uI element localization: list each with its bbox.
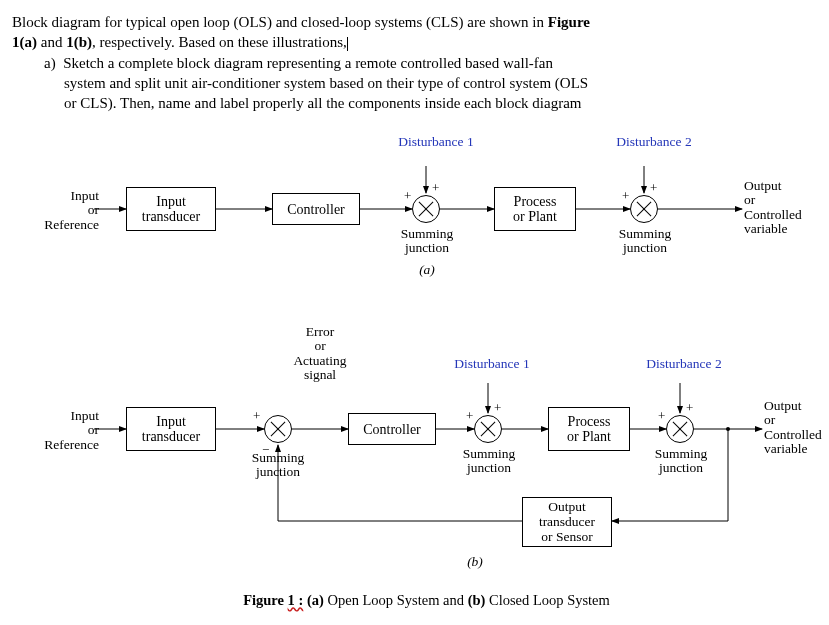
plus-a1-top: + [432,181,439,194]
summing-junction-a2 [630,195,658,223]
q-line2d: , respectively. Based on these illustrat… [92,34,347,50]
question-text: Block diagram for typical open loop (OLS… [12,12,811,113]
summing-junction-a1 [412,195,440,223]
label-input-ref-a: Input or Reference [37,189,99,232]
box-process-a: Process or Plant [494,187,576,231]
sub-b: (b) [460,555,490,569]
text-cursor [347,37,348,51]
label-disturbance1-a: Disturbance 1 [386,135,486,149]
label-disturbance1-b: Disturbance 1 [442,357,542,371]
label-output-b: Output or Controlled variable [764,399,829,456]
caption-cls: Closed Loop System [485,592,609,608]
q-line1b: Figure [548,14,590,30]
diagram-open-loop: Input or Reference Input transducer Cont… [42,131,811,311]
box-controller-b: Controller [348,413,436,445]
summing-junction-b2 [666,415,694,443]
part-a-line2: system and split unit air-conditioner sy… [64,75,588,91]
plus-b-fb: + [253,409,260,422]
caption-ols: Open Loop System and [324,592,468,608]
diagram-closed-loop: Error or Actuating signal Disturbance 1 … [42,321,811,581]
plus-a1-left: + [404,189,411,202]
figure: Input or Reference Input transducer Cont… [42,131,811,611]
caption-one: 1 : [288,592,304,608]
part-a-line3: or CLS). Then, name and label properly a… [64,95,582,111]
part-a-line1: Sketch a complete block diagram represen… [63,55,553,71]
summing-junction-b1 [474,415,502,443]
label-summing-a1: Summing junction [390,227,464,255]
sub-a: (a) [412,263,442,277]
label-summing-b1: Summing junction [452,447,526,475]
box-input-transducer-a: Input transducer [126,187,216,231]
caption-b: (b) [468,592,486,608]
caption-fig: Figure [243,592,287,608]
plus-b1-top: + [494,401,501,414]
feedback-tap-node [726,427,730,431]
label-input-ref-b: Input or Reference [37,409,99,452]
label-summing-b2: Summing junction [644,447,718,475]
label-disturbance2-b: Disturbance 2 [634,357,734,371]
box-controller-a: Controller [272,193,360,225]
label-disturbance2-a: Disturbance 2 [604,135,704,149]
plus-b1-left: + [466,409,473,422]
label-summing-b-fb: Summing junction [238,451,318,479]
plus-b2-top: + [686,401,693,414]
q-line2b: and [37,34,66,50]
label-output-a: Output or Controlled variable [744,179,814,236]
box-process-b: Process or Plant [548,407,630,451]
figure-caption: Figure 1 : (a) Open Loop System and (b) … [42,591,811,611]
label-summing-a2: Summing junction [608,227,682,255]
plus-b2-left: + [658,409,665,422]
plus-a2-top: + [650,181,657,194]
q-line2c: 1(b) [66,34,92,50]
q-line1a: Block diagram for typical open loop (OLS… [12,14,548,30]
box-input-transducer-b: Input transducer [126,407,216,451]
label-error-signal: Error or Actuating signal [280,325,360,382]
plus-a2-left: + [622,189,629,202]
part-a-marker: a) [44,55,56,71]
box-output-sensor: Output transducer or Sensor [522,497,612,547]
summing-junction-b-fb [264,415,292,443]
q-line2a: 1(a) [12,34,37,50]
caption-a: (a) [303,592,324,608]
